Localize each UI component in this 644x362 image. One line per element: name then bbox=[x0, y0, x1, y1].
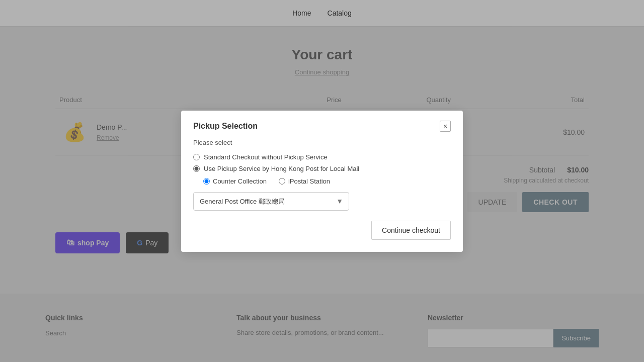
radio-hkpost-label: Use Pickup Service by Hong Kong Post for… bbox=[204, 165, 359, 172]
post-office-select[interactable]: General Post Office 郵政總局 bbox=[193, 192, 349, 211]
modal-footer: Continue checkout bbox=[193, 221, 451, 240]
pickup-options: Standard Checkout without Pickup Service… bbox=[193, 153, 451, 172]
radio-counter[interactable]: Counter Collection bbox=[203, 177, 267, 185]
radio-hkpost-input[interactable] bbox=[193, 165, 200, 172]
radio-standard[interactable]: Standard Checkout without Pickup Service bbox=[193, 153, 451, 161]
radio-standard-label: Standard Checkout without Pickup Service bbox=[204, 153, 328, 161]
radio-counter-label: Counter Collection bbox=[213, 177, 267, 185]
modal-subtitle: Please select bbox=[193, 139, 451, 146]
radio-hkpost[interactable]: Use Pickup Service by Hong Kong Post for… bbox=[193, 165, 451, 172]
modal-title: Pickup Selection bbox=[193, 122, 258, 131]
modal-close-button[interactable]: × bbox=[440, 121, 451, 132]
radio-ipostal-label: iPostal Station bbox=[288, 177, 330, 185]
radio-standard-input[interactable] bbox=[193, 154, 200, 160]
radio-counter-input[interactable] bbox=[203, 178, 210, 185]
pickup-selection-modal: Pickup Selection × Please select Standar… bbox=[181, 111, 463, 252]
radio-ipostal-input[interactable] bbox=[279, 178, 285, 185]
post-office-dropdown-container: General Post Office 郵政總局 ▼ bbox=[193, 192, 349, 211]
modal-overlay: Pickup Selection × Please select Standar… bbox=[0, 0, 644, 362]
continue-checkout-button[interactable]: Continue checkout bbox=[371, 221, 451, 240]
radio-ipostal[interactable]: iPostal Station bbox=[279, 177, 330, 185]
sub-pickup-options: Counter Collection iPostal Station bbox=[203, 177, 451, 185]
